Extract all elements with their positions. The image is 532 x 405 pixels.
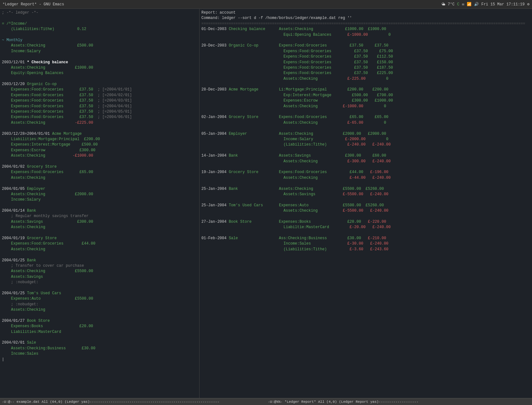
- statusbar-right: -U:@%%- *Ledger Report* All (4,0) (Ledge…: [266, 400, 532, 404]
- statusbar-left: -U:@-- example.dat All (64,0) (Ledger ya…: [0, 400, 266, 404]
- refresh-icon[interactable]: C: [457, 2, 459, 7]
- right-status-text: -U:@%%- *Ledger Report* All (4,0) (Ledge…: [268, 400, 418, 404]
- mail-icon[interactable]: ✉: [462, 2, 464, 7]
- titlebar-right: 🌥 7°C C ✉ 📶 🔊 Fri 15 Mar 17:11:19 ⚙: [441, 2, 529, 7]
- settings-icon[interactable]: ⚙: [527, 2, 529, 7]
- right-report-content: Report: account Command: ledger --sort d…: [201, 10, 530, 252]
- left-status-text: -U:@-- example.dat All (64,0) (Ledger ya…: [2, 400, 219, 404]
- clock: Fri 15 Mar 17:11:19: [481, 2, 525, 7]
- weather-icon: 🌥: [441, 2, 445, 7]
- titlebar-title: *Ledger Report* - GNU Emacs: [3, 2, 64, 7]
- left-editor-content[interactable]: ; -*- ledger -*- = /^Income/ (Liabilitie…: [2, 10, 197, 362]
- volume-icon[interactable]: 🔊: [474, 2, 479, 7]
- right-pane: Report: account Command: ledger --sort d…: [200, 9, 532, 398]
- titlebar: *Ledger Report* - GNU Emacs 🌥 7°C C ✉ 📶 …: [0, 0, 532, 9]
- main-area: ; -*- ledger -*- = /^Income/ (Liabilitie…: [0, 9, 532, 398]
- left-pane: ; -*- ledger -*- = /^Income/ (Liabilitie…: [0, 9, 200, 398]
- statusbar: -U:@-- example.dat All (64,0) (Ledger ya…: [0, 398, 532, 405]
- network-icon[interactable]: 📶: [467, 2, 472, 7]
- temperature: 7°C: [448, 2, 455, 7]
